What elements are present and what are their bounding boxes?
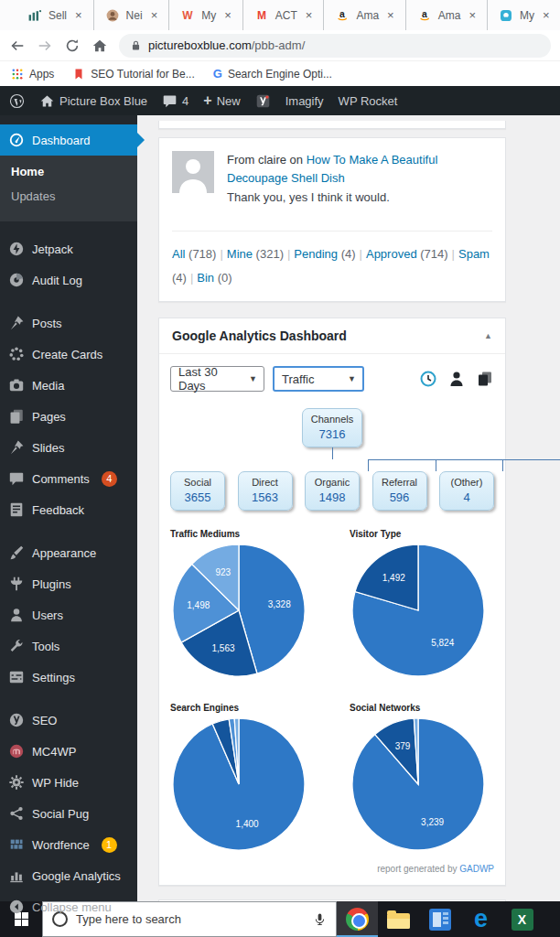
sidebar-item-wordfence[interactable]: Wordfence1 [0, 829, 137, 860]
sidebar-submenu: HomeUpdates [0, 156, 137, 221]
taskbar-edge-icon[interactable]: e [460, 901, 501, 937]
sidebar-subitem-home[interactable]: Home [0, 159, 137, 184]
filter-spam[interactable]: Spam [458, 247, 490, 261]
admin-bar-imagify[interactable]: Imagify [285, 94, 324, 108]
pie-label: 5,824 [431, 639, 454, 649]
close-icon[interactable]: × [306, 8, 313, 22]
sidebar-item-feedback[interactable]: Feedback [0, 494, 137, 525]
users-icon[interactable] [447, 370, 466, 388]
home-icon[interactable] [92, 38, 108, 54]
admin-bar-comments[interactable]: 4 [162, 93, 188, 109]
filter-mine[interactable]: Mine [227, 247, 253, 261]
microphone-icon[interactable] [313, 912, 327, 926]
channel-box-other[interactable]: (Other)4 [439, 471, 494, 511]
pin-icon [8, 439, 25, 456]
sidebar-item-social-pug[interactable]: Social Pug [0, 798, 137, 829]
sidebar-item-seo[interactable]: SEO [0, 705, 137, 736]
gadwp-link[interactable]: GADWP [459, 864, 494, 874]
sidebar-item-create-cards[interactable]: Create Cards [0, 339, 137, 370]
filter-bin[interactable]: Bin [197, 271, 214, 285]
metric-select[interactable]: Traffic ▼ [273, 366, 364, 392]
back-icon[interactable] [9, 38, 26, 54]
sidebar-item-media[interactable]: Media [0, 370, 137, 401]
sidebar-item-plugins[interactable]: Plugins [0, 568, 137, 599]
sessions-clock-icon[interactable] [419, 370, 437, 388]
sidebar-item-collapse-menu[interactable]: Collapse menu [0, 891, 137, 922]
filter-all[interactable]: All [172, 247, 185, 261]
browser-tab[interactable]: MACT× [243, 0, 325, 30]
admin-bar-yoast[interactable] [255, 93, 271, 109]
address-bar[interactable]: pictureboxblue.com/pbb-adm/ [119, 34, 551, 58]
close-icon[interactable]: × [224, 8, 232, 22]
browser-tab[interactable]: Sell× [16, 0, 94, 30]
amazon-favicon: a [417, 8, 432, 23]
chart-title: Traffic Mediums [170, 529, 350, 539]
sidebar-item-appearance[interactable]: Appearance [0, 537, 137, 568]
pie-chart: 3,3281,5631,498923 [170, 542, 307, 679]
sidebar-item-dashboard[interactable]: Dashboard [0, 124, 137, 156]
browser-tab[interactable]: WMy× [169, 0, 243, 30]
close-icon[interactable]: × [387, 8, 394, 22]
browser-tab[interactable]: My× [488, 0, 560, 30]
close-icon[interactable]: × [75, 8, 82, 22]
sidebar-subitem-updates[interactable]: Updates [0, 184, 137, 209]
taskbar-excel-icon[interactable]: X [501, 901, 543, 937]
ga-widget-title: Google Analytics Dashboard [172, 328, 347, 343]
filter-pending[interactable]: Pending [294, 247, 338, 261]
taskbar-pinned-app-icon[interactable] [419, 901, 460, 937]
sidebar-item-slides[interactable]: Slides [0, 432, 137, 463]
apps-menu[interactable]: Apps [11, 68, 54, 81]
sidebar-item-comments[interactable]: Comments4 [0, 463, 137, 494]
tab-title: Nei [126, 9, 143, 22]
sidebar-item-pages[interactable]: Pages [0, 401, 137, 432]
taskbar-chrome-icon[interactable] [337, 901, 378, 937]
dashboard-icon [8, 132, 25, 148]
channel-box-referral[interactable]: Referral596 [372, 471, 427, 511]
chart-visitor-type: Visitor Type5,8241,492 [350, 529, 496, 679]
refresh-icon[interactable] [64, 38, 81, 54]
sidebar-item-posts[interactable]: Posts [0, 307, 137, 339]
cards-icon [8, 346, 25, 362]
channel-box-social[interactable]: Social3655 [170, 471, 225, 511]
feedback-icon [8, 501, 25, 518]
browser-tab[interactable]: aAma× [406, 0, 488, 30]
bookmark-search-engine[interactable]: G Search Engine Opti... [213, 67, 332, 81]
share-icon [8, 805, 25, 822]
close-icon[interactable]: × [543, 8, 550, 22]
sidebar-item-audit-log[interactable]: Audit Log [0, 264, 137, 296]
close-icon[interactable]: × [151, 8, 158, 22]
bookmark-seo-tutorial[interactable]: SEO Tutorial for Be... [72, 68, 194, 81]
pageviews-icon[interactable] [476, 370, 494, 388]
filter-approved[interactable]: Approved [366, 247, 417, 261]
channel-box-organic[interactable]: Organic1498 [305, 471, 360, 511]
sidebar-item-users[interactable]: Users [0, 599, 137, 630]
sidebar-item-tools[interactable]: Tools [0, 630, 137, 662]
sidebar-separator [0, 693, 137, 705]
close-icon[interactable]: × [468, 8, 476, 22]
channel-box-root[interactable]: Channels 7316 [302, 408, 362, 447]
ga-footer: report generated by GADWP [170, 864, 494, 874]
sidebar-item-mc4wp[interactable]: MC4WP [0, 736, 137, 767]
taskbar-file-explorer-icon[interactable] [378, 901, 419, 937]
forward-icon[interactable] [37, 38, 53, 54]
browser-tab[interactable]: Nei× [94, 0, 170, 30]
sidebar-item-settings[interactable]: Settings [0, 662, 137, 693]
channel-box-direct[interactable]: Direct1563 [238, 471, 293, 511]
sidebar-item-jetpack[interactable]: Jetpack [0, 233, 137, 264]
collapse-arrow-icon[interactable]: ▲ [484, 331, 492, 340]
comment-filters: All (718)|Mine (321)|Pending (4)|Approve… [172, 231, 492, 290]
period-select[interactable]: Last 30 Days ▼ [170, 366, 264, 392]
sidebar-item-google-analytics[interactable]: Google Analytics [0, 860, 137, 891]
filter-count: (321) [253, 247, 284, 261]
admin-bar-wp-rocket[interactable]: WP Rocket [339, 94, 398, 108]
ga-dashboard-widget: Google Analytics Dashboard ▲ Last 30 Day… [158, 318, 506, 886]
admin-bar-site[interactable]: Picture Box Blue [39, 93, 147, 109]
svg-text:W: W [183, 9, 194, 22]
comment-bubble-icon [162, 93, 178, 109]
admin-bar-new[interactable]: + New [203, 93, 240, 108]
wp-logo-icon[interactable] [9, 93, 25, 109]
sidebar-item-wp-hide[interactable]: WP Hide [0, 767, 137, 798]
home-icon [39, 93, 55, 109]
browser-tab[interactable]: aAma× [324, 0, 405, 30]
sellerboard-favicon [27, 8, 42, 23]
